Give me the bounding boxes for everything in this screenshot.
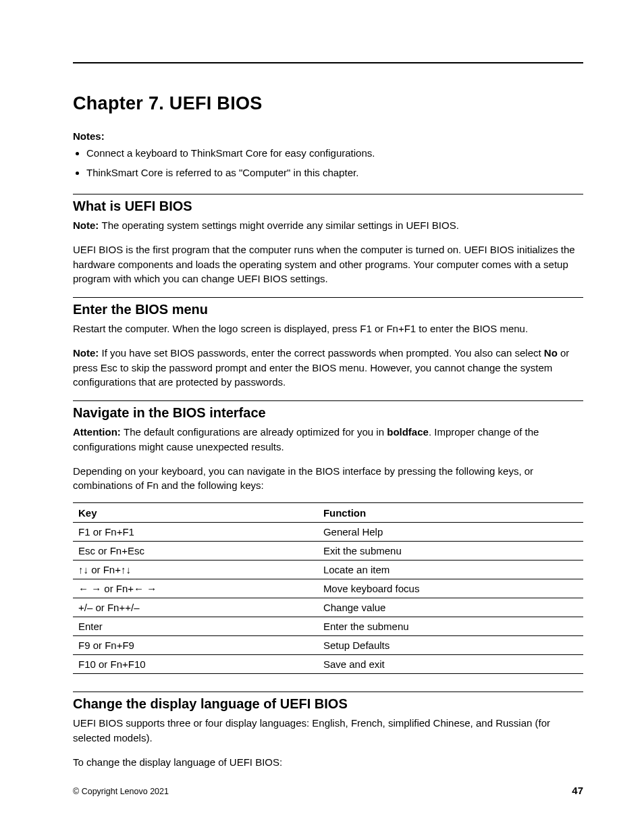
attention-bold: boldface <box>387 426 429 438</box>
section-rule <box>73 194 583 194</box>
section-what-is: What is UEFI BIOS Note: The operating sy… <box>73 194 583 286</box>
note-paragraph: Note: If you have set BIOS passwords, en… <box>73 346 583 390</box>
copyright-text: © Copyright Lenovo 2021 <box>73 787 169 796</box>
table-row: F10 or Fn+F10 Save and exit <box>73 655 583 674</box>
cell-key: F1 or Fn+F1 <box>73 523 318 542</box>
cell-function: Exit the submenu <box>318 542 583 561</box>
cell-key: ↑↓ or Fn+↑↓ <box>73 561 318 579</box>
body-paragraph: To change the display language of UEFI B… <box>73 755 583 770</box>
table-header-row: Key Function <box>73 503 583 523</box>
table-row: F9 or Fn+F9 Setup Defaults <box>73 636 583 655</box>
cell-function: Move keyboard focus <box>318 579 583 598</box>
section-heading: Change the display language of UEFI BIOS <box>73 696 583 712</box>
notes-label: Notes: <box>73 130 583 142</box>
cell-function: Change value <box>318 598 583 617</box>
table-row: +/– or Fn++/– Change value <box>73 598 583 617</box>
cell-key: F10 or Fn+F10 <box>73 655 318 674</box>
cell-key: +/– or Fn++/– <box>73 598 318 617</box>
section-rule <box>73 297 583 298</box>
cell-function: General Help <box>318 523 583 542</box>
cell-key: Enter <box>73 617 318 636</box>
section-enter-bios: Enter the BIOS menu Restart the computer… <box>73 297 583 390</box>
table-row: ← → or Fn+← → Move keyboard focus <box>73 579 583 598</box>
table-row: ↑↓ or Fn+↑↓ Locate an item <box>73 561 583 579</box>
section-change-language: Change the display language of UEFI BIOS… <box>73 692 583 769</box>
page-number: 47 <box>572 785 583 796</box>
key-function-table: Key Function F1 or Fn+F1 General Help Es… <box>73 502 583 674</box>
section-rule <box>73 692 583 692</box>
note-paragraph: Note: The operating system settings migh… <box>73 218 583 233</box>
page: Chapter 7. UEFI BIOS Notes: Connect a ke… <box>0 0 644 834</box>
note-text: The operating system settings might over… <box>102 219 459 231</box>
list-item: Connect a keyboard to ThinkSmart Core fo… <box>86 146 583 161</box>
section-heading: What is UEFI BIOS <box>73 199 583 214</box>
attention-text: The default configurations are already o… <box>124 426 387 438</box>
table-row: F1 or Fn+F1 General Help <box>73 523 583 542</box>
body-paragraph: Restart the computer. When the logo scre… <box>73 321 583 336</box>
attention-prefix: Attention: <box>73 426 124 438</box>
notes-list: Connect a keyboard to ThinkSmart Core fo… <box>73 146 583 180</box>
cell-function: Save and exit <box>318 655 583 674</box>
note-text: If you have set BIOS passwords, enter th… <box>102 347 544 359</box>
table-row: Esc or Fn+Esc Exit the submenu <box>73 542 583 561</box>
cell-key: F9 or Fn+F9 <box>73 636 318 655</box>
note-prefix: Note: <box>73 347 102 359</box>
list-item: ThinkSmart Core is referred to as "Compu… <box>86 165 583 181</box>
body-paragraph: UEFI BIOS supports three or four display… <box>73 716 583 746</box>
cell-function: Setup Defaults <box>318 636 583 655</box>
page-footer: © Copyright Lenovo 2021 47 <box>73 785 583 796</box>
table-row: Enter Enter the submenu <box>73 617 583 636</box>
chapter-title: Chapter 7. UEFI BIOS <box>73 93 583 114</box>
body-paragraph: UEFI BIOS is the first program that the … <box>73 242 583 286</box>
body-paragraph: Depending on your keyboard, you can navi… <box>73 464 583 494</box>
table-header-function: Function <box>318 503 583 523</box>
cell-function: Locate an item <box>318 561 583 579</box>
note-bold: No <box>544 347 558 359</box>
note-prefix: Note: <box>73 219 102 231</box>
section-heading: Navigate in the BIOS interface <box>73 405 583 421</box>
top-rule <box>73 62 583 63</box>
cell-function: Enter the submenu <box>318 617 583 636</box>
cell-key: ← → or Fn+← → <box>73 579 318 598</box>
section-heading: Enter the BIOS menu <box>73 302 583 317</box>
section-navigate: Navigate in the BIOS interface Attention… <box>73 400 583 674</box>
cell-key: Esc or Fn+Esc <box>73 542 318 561</box>
section-rule <box>73 400 583 401</box>
table-header-key: Key <box>73 503 318 523</box>
attention-paragraph: Attention: The default configurations ar… <box>73 425 583 454</box>
